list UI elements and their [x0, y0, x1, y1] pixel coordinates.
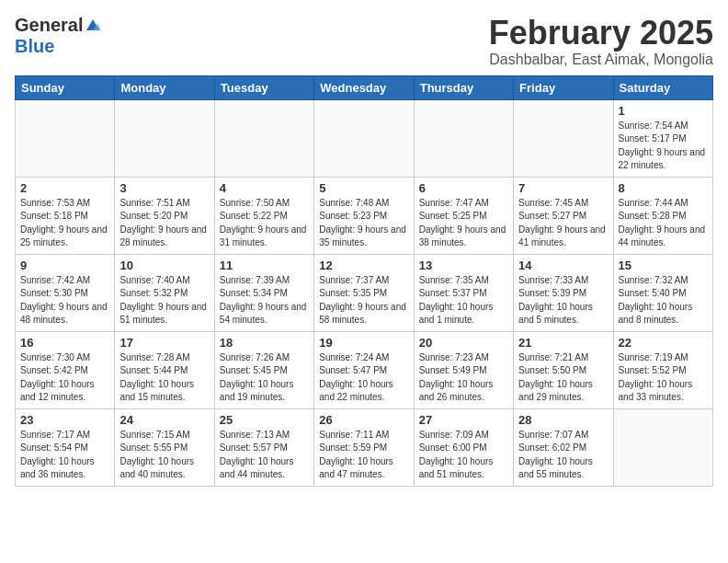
day-info: Sunrise: 7:17 AM Sunset: 5:54 PM Dayligh… [20, 429, 109, 482]
day-number: 10 [119, 259, 209, 272]
calendar-cell: 13Sunrise: 7:35 AM Sunset: 5:37 PM Dayli… [414, 254, 513, 331]
day-info: Sunrise: 7:07 AM Sunset: 6:02 PM Dayligh… [518, 429, 608, 482]
day-info: Sunrise: 7:35 AM Sunset: 5:37 PM Dayligh… [419, 274, 508, 327]
day-number: 12 [319, 259, 408, 272]
calendar-cell: 9Sunrise: 7:42 AM Sunset: 5:30 PM Daylig… [16, 254, 115, 331]
day-info: Sunrise: 7:15 AM Sunset: 5:55 PM Dayligh… [119, 429, 209, 482]
day-info: Sunrise: 7:24 AM Sunset: 5:47 PM Dayligh… [319, 351, 408, 405]
day-info: Sunrise: 7:47 AM Sunset: 5:25 PM Dayligh… [419, 197, 508, 250]
calendar-cell: 28Sunrise: 7:07 AM Sunset: 6:02 PM Dayli… [514, 408, 613, 486]
day-number: 25 [220, 413, 309, 427]
calendar-cell: 8Sunrise: 7:44 AM Sunset: 5:28 PM Daylig… [613, 177, 712, 254]
day-number: 18 [220, 336, 309, 350]
day-info: Sunrise: 7:19 AM Sunset: 5:52 PM Dayligh… [619, 351, 708, 405]
logo-general-text: General [15, 15, 83, 36]
calendar-cell: 14Sunrise: 7:33 AM Sunset: 5:39 PM Dayli… [514, 254, 613, 331]
day-number: 23 [20, 413, 109, 427]
calendar-cell: 23Sunrise: 7:17 AM Sunset: 5:54 PM Dayli… [16, 408, 115, 486]
weekday-header-sunday: Sunday [16, 75, 115, 99]
day-info: Sunrise: 7:40 AM Sunset: 5:32 PM Dayligh… [119, 274, 209, 327]
day-info: Sunrise: 7:30 AM Sunset: 5:42 PM Dayligh… [20, 351, 109, 405]
day-number: 14 [518, 259, 608, 272]
weekday-header-monday: Monday [115, 75, 214, 99]
logo-blue-text: Blue [15, 36, 54, 57]
calendar-cell: 7Sunrise: 7:45 AM Sunset: 5:27 PM Daylig… [514, 177, 613, 254]
calendar-cell: 6Sunrise: 7:47 AM Sunset: 5:25 PM Daylig… [414, 177, 513, 254]
calendar-cell: 25Sunrise: 7:13 AM Sunset: 5:57 PM Dayli… [214, 408, 313, 486]
day-number: 8 [619, 181, 708, 195]
calendar-cell: 19Sunrise: 7:24 AM Sunset: 5:47 PM Dayli… [314, 331, 414, 408]
day-info: Sunrise: 7:48 AM Sunset: 5:23 PM Dayligh… [319, 197, 408, 250]
calendar-cell: 26Sunrise: 7:11 AM Sunset: 5:59 PM Dayli… [314, 408, 414, 486]
calendar-cell: 27Sunrise: 7:09 AM Sunset: 6:00 PM Dayli… [414, 408, 513, 486]
day-info: Sunrise: 7:51 AM Sunset: 5:20 PM Dayligh… [119, 197, 209, 250]
day-number: 3 [119, 181, 209, 195]
weekday-header-thursday: Thursday [414, 75, 513, 99]
day-number: 26 [319, 413, 408, 427]
calendar-cell: 17Sunrise: 7:28 AM Sunset: 5:44 PM Dayli… [115, 331, 214, 408]
day-number: 27 [419, 413, 508, 427]
day-info: Sunrise: 7:42 AM Sunset: 5:30 PM Dayligh… [20, 274, 109, 327]
calendar-cell: 16Sunrise: 7:30 AM Sunset: 5:42 PM Dayli… [16, 331, 115, 408]
day-number: 24 [119, 413, 209, 427]
day-number: 7 [518, 181, 608, 195]
day-info: Sunrise: 7:32 AM Sunset: 5:40 PM Dayligh… [619, 274, 708, 327]
day-number: 5 [319, 181, 408, 195]
day-number: 11 [220, 259, 309, 272]
calendar-cell [414, 99, 513, 177]
logo-icon [85, 17, 101, 34]
day-number: 22 [619, 336, 708, 350]
day-number: 16 [20, 336, 109, 350]
weekday-header-tuesday: Tuesday [214, 75, 313, 99]
calendar-cell: 3Sunrise: 7:51 AM Sunset: 5:20 PM Daylig… [115, 177, 214, 254]
calendar-table: SundayMondayTuesdayWednesdayThursdayFrid… [15, 75, 713, 487]
day-info: Sunrise: 7:23 AM Sunset: 5:49 PM Dayligh… [419, 351, 508, 405]
day-info: Sunrise: 7:50 AM Sunset: 5:22 PM Dayligh… [220, 197, 309, 250]
day-number: 13 [419, 259, 508, 272]
calendar-cell [613, 408, 712, 486]
calendar-cell: 20Sunrise: 7:23 AM Sunset: 5:49 PM Dayli… [414, 331, 513, 408]
day-number: 15 [619, 259, 708, 272]
day-number: 9 [20, 259, 109, 272]
calendar-week-row: 23Sunrise: 7:17 AM Sunset: 5:54 PM Dayli… [16, 408, 713, 486]
day-info: Sunrise: 7:45 AM Sunset: 5:27 PM Dayligh… [518, 197, 608, 250]
day-info: Sunrise: 7:53 AM Sunset: 5:18 PM Dayligh… [20, 197, 109, 250]
day-info: Sunrise: 7:26 AM Sunset: 5:45 PM Dayligh… [220, 351, 309, 405]
calendar-week-row: 1Sunrise: 7:54 AM Sunset: 5:17 PM Daylig… [16, 99, 713, 177]
day-number: 28 [518, 413, 608, 427]
calendar-cell [514, 99, 613, 177]
day-info: Sunrise: 7:28 AM Sunset: 5:44 PM Dayligh… [119, 351, 209, 405]
calendar-cell: 12Sunrise: 7:37 AM Sunset: 5:35 PM Dayli… [314, 254, 414, 331]
calendar-cell: 22Sunrise: 7:19 AM Sunset: 5:52 PM Dayli… [613, 331, 712, 408]
calendar-cell [314, 99, 414, 177]
day-info: Sunrise: 7:09 AM Sunset: 6:00 PM Dayligh… [419, 429, 508, 482]
day-info: Sunrise: 7:54 AM Sunset: 5:17 PM Dayligh… [619, 120, 708, 173]
day-info: Sunrise: 7:21 AM Sunset: 5:50 PM Dayligh… [518, 351, 608, 405]
weekday-header-saturday: Saturday [613, 75, 712, 99]
calendar-cell [16, 99, 115, 177]
weekday-header-friday: Friday [514, 75, 613, 99]
day-number: 17 [119, 336, 209, 350]
calendar-week-row: 16Sunrise: 7:30 AM Sunset: 5:42 PM Dayli… [16, 331, 713, 408]
day-number: 4 [220, 181, 309, 195]
calendar-cell: 5Sunrise: 7:48 AM Sunset: 5:23 PM Daylig… [314, 177, 414, 254]
day-number: 1 [619, 104, 708, 118]
day-number: 6 [419, 181, 508, 195]
calendar-week-row: 2Sunrise: 7:53 AM Sunset: 5:18 PM Daylig… [16, 177, 713, 254]
month-title: February 2025 [489, 15, 713, 52]
logo: General Blue [15, 15, 101, 57]
location-title: Dashbalbar, East Aimak, Mongolia [489, 52, 713, 68]
calendar-cell: 4Sunrise: 7:50 AM Sunset: 5:22 PM Daylig… [214, 177, 313, 254]
weekday-header-row: SundayMondayTuesdayWednesdayThursdayFrid… [16, 75, 713, 99]
calendar-cell: 21Sunrise: 7:21 AM Sunset: 5:50 PM Dayli… [514, 331, 613, 408]
calendar-cell: 18Sunrise: 7:26 AM Sunset: 5:45 PM Dayli… [214, 331, 313, 408]
title-block: February 2025 Dashbalbar, East Aimak, Mo… [489, 15, 713, 68]
day-number: 21 [518, 336, 608, 350]
calendar-cell [214, 99, 313, 177]
weekday-header-wednesday: Wednesday [314, 75, 414, 99]
calendar-cell: 11Sunrise: 7:39 AM Sunset: 5:34 PM Dayli… [214, 254, 313, 331]
calendar-cell: 10Sunrise: 7:40 AM Sunset: 5:32 PM Dayli… [115, 254, 214, 331]
day-info: Sunrise: 7:13 AM Sunset: 5:57 PM Dayligh… [220, 429, 309, 482]
day-number: 19 [319, 336, 408, 350]
calendar-cell [115, 99, 214, 177]
